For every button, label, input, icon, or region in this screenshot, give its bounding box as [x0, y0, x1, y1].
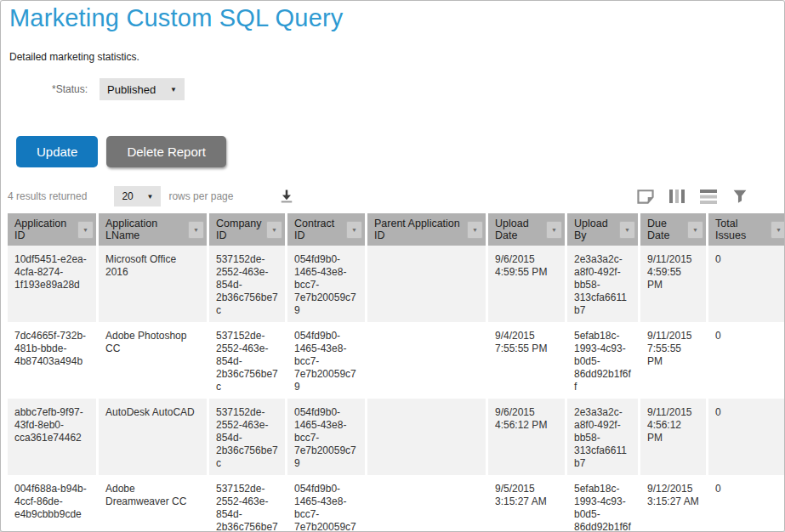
page-size-value: 20 — [122, 190, 133, 202]
grid-view-icons — [635, 187, 750, 206]
rows-per-page-label: rows per page — [168, 190, 233, 202]
table-cell: 10df5451-e2ea-4cfa-8274-1f193e89a28d — [8, 246, 96, 322]
column-filter-button[interactable]: ▼ — [619, 221, 635, 239]
table-cell: 054fd9b0-1465-43e8-bcc7-7e7b20059c79 — [287, 322, 365, 399]
table-cell: 0 — [708, 322, 785, 399]
page-size-select[interactable]: 20 ▼ — [114, 186, 161, 207]
table-row[interactable]: 004f688a-b94b-4ccf-86de-e4b9cbbb9cdeAdob… — [8, 475, 785, 532]
download-icon[interactable] — [274, 185, 299, 207]
column-header: Company ID▼ — [209, 213, 285, 246]
column-filter-button[interactable]: ▼ — [188, 221, 204, 239]
page-subtitle: Detailed marketing statistics. — [9, 51, 784, 63]
delete-report-button[interactable]: Delete Report — [106, 136, 226, 167]
report-page: Marketing Custom SQL Query Detailed mark… — [0, 0, 785, 532]
page-title: Marketing Custom SQL Query — [9, 4, 784, 32]
column-header-label: Company ID — [216, 218, 263, 241]
chevron-down-icon: ▼ — [146, 193, 153, 201]
column-header: Upload By▼ — [567, 213, 638, 246]
table-cell — [367, 399, 486, 475]
table-cell: 537152de-2552-463e-854d-2b36c756be7c — [209, 246, 285, 322]
table-cell: 054fd9b0-1465-43e8-bcc7-7e7b20059c79 — [287, 475, 365, 532]
table-cell — [367, 475, 486, 532]
table-cell: 537152de-2552-463e-854d-2b36c756be7c — [209, 399, 285, 475]
table-cell — [367, 246, 486, 322]
column-header-label: Upload Date — [495, 218, 543, 241]
column-header: Due Date▼ — [640, 213, 706, 246]
rows-icon[interactable] — [698, 187, 719, 206]
status-label: *Status: — [52, 83, 88, 95]
table-cell: 0 — [708, 399, 785, 475]
table-cell: 9/11/2015 7:55:55 PM — [640, 322, 706, 399]
grid-toolbar: 4 results returned 20 ▼ rows per page — [8, 185, 777, 207]
table-cell: 004f688a-b94b-4ccf-86de-e4b9cbbb9cde — [8, 475, 96, 532]
update-button[interactable]: Update — [16, 136, 98, 167]
column-header-label: Parent Application ID — [374, 218, 464, 241]
results-table: Application ID▼Application LName▼Company… — [5, 213, 785, 532]
page-icon[interactable] — [635, 187, 656, 206]
table-cell: Adobe Photoshop CC — [99, 322, 207, 399]
action-buttons: Update Delete Report — [16, 136, 784, 167]
column-filter-button[interactable]: ▼ — [771, 221, 785, 239]
column-filter-button[interactable]: ▼ — [266, 221, 282, 239]
column-filter-button[interactable]: ▼ — [77, 221, 94, 239]
table-cell: 9/4/2015 7:55:55 PM — [488, 322, 565, 399]
table-cell: Microsoft Office 2016 — [99, 246, 207, 322]
table-cell: 9/6/2015 4:56:12 PM — [488, 399, 565, 475]
table-cell: AutoDesk AutoCAD — [99, 399, 207, 475]
table-cell: 054fd9b0-1465-43e8-bcc7-7e7b20059c79 — [287, 399, 365, 475]
status-select[interactable]: Published ▼ — [100, 78, 185, 100]
columns-icon[interactable] — [667, 187, 687, 206]
column-filter-button[interactable]: ▼ — [687, 221, 703, 239]
table-cell: 054fd9b0-1465-43e8-bcc7-7e7b20059c79 — [287, 246, 365, 322]
table-cell: Adobe Dreamweaver CC — [99, 475, 207, 532]
table-cell: 0 — [708, 475, 785, 532]
column-header: Application ID▼ — [8, 213, 96, 246]
table-cell — [367, 322, 486, 399]
column-header-label: Application ID — [14, 218, 74, 241]
filter-icon[interactable] — [730, 187, 750, 206]
table-cell: 2e3a3a2c-a8f0-492f-bb58-313cfa6611b7 — [567, 399, 638, 475]
table-header-row: Application ID▼Application LName▼Company… — [8, 213, 785, 246]
table-row[interactable]: 7dc4665f-732b-481b-bbde-4b87403a494bAdob… — [8, 322, 785, 399]
column-header: Application LName▼ — [99, 213, 207, 246]
table-cell: 9/11/2015 4:59:55 PM — [640, 246, 706, 322]
table-cell: 5efab18c-1993-4c93-b0d5-86dd92b1f6ff — [567, 322, 638, 399]
column-filter-button[interactable]: ▼ — [346, 221, 362, 239]
table-cell: 537152de-2552-463e-854d-2b36c756be7c — [209, 475, 285, 532]
table-cell: 2e3a3a2c-a8f0-492f-bb58-313cfa6611b7 — [567, 246, 638, 322]
table-cell: 9/6/2015 4:59:55 PM — [488, 246, 565, 322]
results-count: 4 results returned — [8, 190, 87, 202]
table-cell: 537152de-2552-463e-854d-2b36c756be7c — [209, 322, 285, 399]
table-cell: 9/11/2015 4:56:12 PM — [640, 399, 706, 475]
column-header-label: Due Date — [647, 218, 684, 241]
table-cell: abbc7efb-9f97-43fd-8eb0-cca361e74462 — [8, 399, 96, 475]
table-cell: 7dc4665f-732b-481b-bbde-4b87403a494b — [8, 322, 96, 399]
table-cell: 0 — [708, 246, 785, 322]
table-row[interactable]: 10df5451-e2ea-4cfa-8274-1f193e89a28dMicr… — [8, 246, 785, 322]
column-header: Upload Date▼ — [488, 213, 565, 246]
column-header-label: Contract ID — [294, 218, 343, 241]
table-row[interactable]: abbc7efb-9f97-43fd-8eb0-cca361e74462Auto… — [8, 399, 785, 475]
table-cell: 9/12/2015 3:15:27 AM — [640, 475, 706, 532]
column-filter-button[interactable]: ▼ — [467, 221, 483, 239]
chevron-down-icon: ▼ — [170, 86, 177, 93]
table-cell: 5efab18c-1993-4c93-b0d5-86dd92b1f6ff — [567, 475, 638, 532]
column-header: Contract ID▼ — [287, 213, 365, 246]
column-header-label: Application LName — [105, 218, 185, 241]
column-header: Total Issues▼ — [708, 213, 785, 246]
column-header-label: Total Issues — [715, 218, 767, 241]
status-select-value: Published — [107, 83, 156, 96]
status-row: *Status: Published ▼ — [52, 78, 784, 100]
column-filter-button[interactable]: ▼ — [546, 221, 562, 239]
column-header: Parent Application ID▼ — [367, 213, 486, 246]
table-cell: 9/5/2015 3:15:27 AM — [488, 475, 565, 532]
column-header-label: Upload By — [574, 218, 616, 241]
